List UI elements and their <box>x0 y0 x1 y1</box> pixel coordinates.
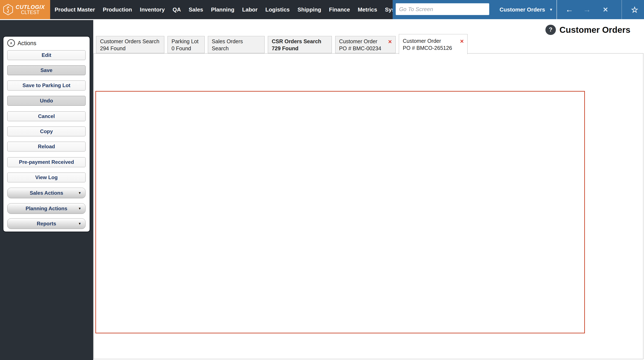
menu-item-product-master[interactable]: Product Master <box>55 6 95 13</box>
screen-selector-label: Customer Orders <box>500 6 545 13</box>
nav-separator <box>556 0 557 19</box>
caret-down-icon: ▼ <box>78 207 81 210</box>
chevron-up-icon: ∧ <box>10 41 12 45</box>
view-log-button[interactable]: View Log <box>7 173 86 182</box>
caret-down-icon: ▼ <box>78 191 81 195</box>
copy-button[interactable]: Copy <box>7 127 86 136</box>
sidebar: ∧ Actions Edit Save Save to Parking Lot … <box>0 20 93 360</box>
back-button[interactable]: ← <box>561 0 578 19</box>
cancel-button[interactable]: Cancel <box>7 111 86 121</box>
reload-button[interactable]: Reload <box>7 142 86 152</box>
brand-name: CUTLOGIX <box>16 4 45 10</box>
main-menu: Product Master Production Inventory QA S… <box>55 0 404 19</box>
nav-separator <box>622 0 622 19</box>
tab-title: CSR Orders Search <box>272 38 328 45</box>
menu-item-planning[interactable]: Planning <box>211 6 234 13</box>
tab-parking-lot[interactable]: Parking Lot 0 Found <box>168 36 204 53</box>
tab-title: Customer Orders Search <box>100 38 161 45</box>
tab-subtitle: 294 Found <box>100 45 161 52</box>
tab-subtitle: PO # BMC-00234 <box>339 45 392 52</box>
help-icon: ? <box>549 26 552 33</box>
menu-item-labor[interactable]: Labor <box>242 6 258 13</box>
forward-button[interactable]: → <box>579 0 595 19</box>
menu-item-shipping[interactable]: Shipping <box>298 6 321 13</box>
brand-logo: CUTLOGIX CLTEST <box>0 0 50 19</box>
help-button[interactable]: ? <box>546 25 556 35</box>
reports-menu[interactable]: Reports ▼ <box>7 218 86 229</box>
save-to-parking-lot-button[interactable]: Save to Parking Lot <box>7 81 86 90</box>
pre-payment-received-button[interactable]: Pre-payment Received <box>7 157 86 167</box>
tab-title: Sales Orders Search <box>212 38 261 52</box>
caret-down-icon: ▼ <box>78 222 81 226</box>
close-icon: ✕ <box>603 6 608 14</box>
edit-button[interactable]: Edit <box>7 50 86 60</box>
tab-title: Customer Order <box>339 38 392 45</box>
brand-environment: CLTEST <box>16 10 45 15</box>
menu-item-qa[interactable]: QA <box>173 6 181 13</box>
menu-item-production[interactable]: Production <box>103 6 132 13</box>
tab-subtitle: PO # BMCO-265126 <box>403 44 464 51</box>
menu-item-metrics[interactable]: Metrics <box>358 6 377 13</box>
screen-selector-dropdown[interactable]: Customer Orders ▼ <box>496 0 556 19</box>
undo-button[interactable]: Undo <box>7 96 86 106</box>
caret-down-icon: ▼ <box>549 7 553 12</box>
save-button[interactable]: Save <box>7 65 86 75</box>
tab-close-icon[interactable]: ✕ <box>460 38 464 45</box>
menu-item-inventory[interactable]: Inventory <box>140 6 165 13</box>
sales-actions-menu[interactable]: Sales Actions ▼ <box>7 188 86 198</box>
star-icon: ☆ <box>631 5 638 14</box>
tab-close-icon[interactable]: ✕ <box>388 38 392 45</box>
tab-subtitle: 729 Found <box>272 45 328 52</box>
actions-title: Actions <box>18 40 36 47</box>
close-screen-button[interactable]: ✕ <box>597 0 614 19</box>
menu-item-logistics[interactable]: Logistics <box>266 6 290 13</box>
back-arrow-icon: ← <box>566 5 573 14</box>
tab-sales-orders-search[interactable]: Sales Orders Search 0 Found <box>208 36 264 53</box>
favorite-button[interactable]: ☆ <box>625 0 644 19</box>
tab-title: Parking Lot <box>172 38 201 45</box>
nav-right-panel: Customer Orders ▼ ← → ✕ ☆ <box>393 0 644 19</box>
forward-arrow-icon: → <box>583 5 591 14</box>
top-nav: CUTLOGIX CLTEST Product Master Productio… <box>0 0 644 19</box>
customer-orders-screen: CUTLOGIX CLTEST Product Master Productio… <box>0 0 644 360</box>
tab-subtitle: 0 Found <box>172 45 201 52</box>
collapse-actions-button[interactable]: ∧ <box>7 39 15 47</box>
tab-csr-orders-search[interactable]: CSR Orders Search 729 Found <box>268 36 332 53</box>
tab-customer-order-bmc-00234[interactable]: Customer Order PO # BMC-00234 ✕ <box>335 36 396 53</box>
menu-item-finance[interactable]: Finance <box>329 6 350 13</box>
page-title: Customer Orders <box>560 25 630 35</box>
goto-screen-input[interactable] <box>396 3 489 15</box>
main-panel <box>94 53 643 359</box>
cutlogix-logo-icon <box>3 4 14 15</box>
planning-actions-menu[interactable]: Planning Actions ▼ <box>7 203 86 214</box>
tab-customer-order-bmco-265126[interactable]: Customer Order PO # BMCO-265126 ✕ <box>399 34 467 54</box>
menu-item-sales[interactable]: Sales <box>189 6 203 13</box>
actions-panel: ∧ Actions Edit Save Save to Parking Lot … <box>3 36 90 232</box>
tab-customer-orders-search[interactable]: Customer Orders Search 294 Found <box>96 36 164 53</box>
tab-title: Customer Order <box>403 37 464 44</box>
